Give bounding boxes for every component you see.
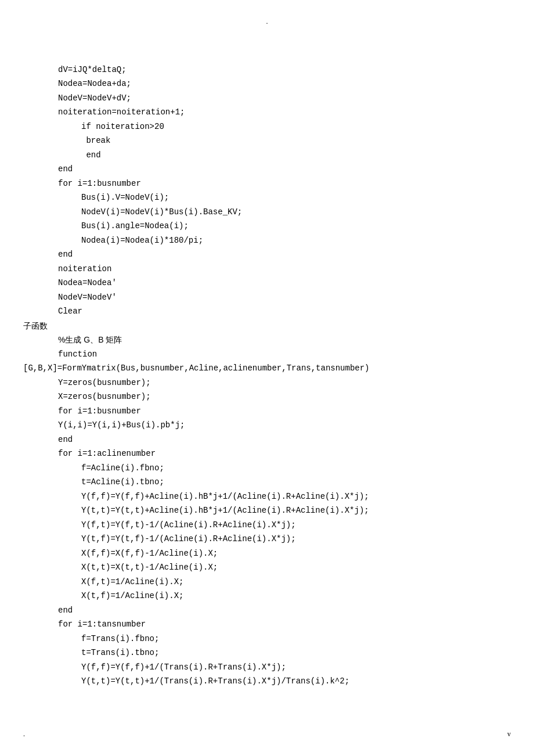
code-line: Y(f,t)=Y(f,t)-1/(Acline(i).R+Acline(i).X…: [23, 518, 511, 532]
code-line: NodeV=NodeV': [23, 290, 511, 305]
code-line: break: [23, 134, 511, 148]
code-line: X(f,f)=X(f,f)-1/Acline(i).X;: [23, 546, 511, 561]
code-line: X(f,t)=1/Acline(i).X;: [23, 575, 511, 589]
code-line: NodeV=NodeV+dV;: [23, 91, 511, 106]
code-line: Y(i,i)=Y(i,i)+Bus(i).pb*j;: [23, 418, 511, 433]
code-content: dV=iJQ*deltaQ;Nodea=Nodea+da;NodeV=NodeV…: [23, 35, 511, 689]
code-line: Bus(i).angle=Nodea(i);: [23, 219, 511, 233]
code-line: X(t,t)=X(t,t)-1/Acline(i).X;: [23, 560, 511, 575]
code-line: end: [23, 247, 511, 262]
code-line: for i=1:busnumber: [23, 404, 511, 419]
code-line: X=zeros(busnumber);: [23, 390, 511, 404]
code-line: f=Trans(i).fbno;: [23, 632, 511, 646]
code-line: X(t,f)=1/Acline(i).X;: [23, 589, 511, 603]
page-number: v: [507, 730, 511, 739]
code-line: end: [23, 603, 511, 618]
code-line: NodeV(i)=NodeV(i)*Bus(i).Base_KV;: [23, 205, 511, 219]
code-line: dV=iJQ*deltaQ;: [23, 63, 511, 77]
code-line: for i=1:tansnumber: [23, 617, 511, 632]
code-line: Y=zeros(busnumber);: [23, 376, 511, 390]
code-line: end: [23, 433, 511, 447]
bottom-dot: .: [23, 730, 25, 739]
code-line: Y(f,f)=Y(f,f)+Acline(i).hB*j+1/(Acline(i…: [23, 489, 511, 504]
code-line: Y(t,t)=Y(t,t)+1/(Trans(i).R+Trans(i).X*j…: [23, 674, 511, 689]
code-line: Y(f,f)=Y(f,f)+1/(Trans(i).R+Trans(i).X*j…: [23, 660, 511, 675]
code-line: noiteration=noiteration+1;: [23, 105, 511, 120]
code-line: end: [23, 148, 511, 163]
code-line: %生成 G、B 矩阵: [23, 333, 511, 347]
code-line: [G,B,X]=FormYmatrix(Bus,busnumber,Acline…: [23, 361, 511, 376]
code-line: Nodea=Nodea+da;: [23, 77, 511, 91]
code-line: Bus(i).V=NodeV(i);: [23, 190, 511, 205]
code-line: 子函数: [23, 319, 511, 333]
code-line: noiteration: [23, 262, 511, 276]
code-line: Nodea(i)=Nodea(i)*180/pi;: [23, 233, 511, 248]
code-line: function: [23, 347, 511, 362]
code-line: for i=1:busnumber: [23, 177, 511, 191]
code-line: t=Trans(i).tbno;: [23, 646, 511, 660]
code-line: Y(t,t)=Y(t,t)+Acline(i).hB*j+1/(Acline(i…: [23, 503, 511, 518]
page: . dV=iJQ*deltaQ;Nodea=Nodea+da;NodeV=Nod…: [0, 0, 534, 756]
code-line: if noiteration>20: [23, 120, 511, 134]
top-dot: .: [266, 17, 268, 26]
code-line: end: [23, 162, 511, 177]
code-line: for i=1:aclinenumber: [23, 447, 511, 461]
code-line: Clear: [23, 304, 511, 319]
code-line: Y(t,f)=Y(t,f)-1/(Acline(i).R+Acline(i).X…: [23, 532, 511, 546]
code-line: t=Acline(i).tbno;: [23, 475, 511, 489]
code-line: f=Acline(i).fbno;: [23, 461, 511, 476]
code-line: Nodea=Nodea': [23, 276, 511, 290]
